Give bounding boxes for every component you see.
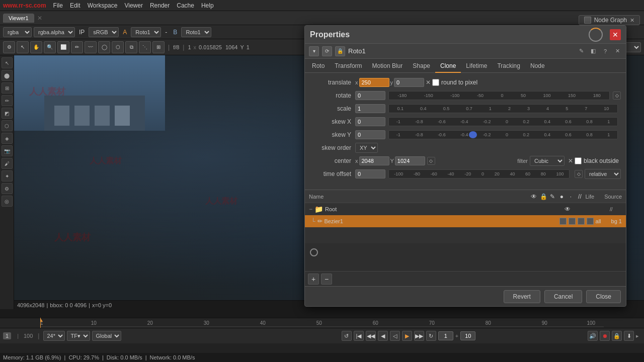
tool-paint[interactable]: 🖌	[2, 158, 13, 169]
transform-btn[interactable]: ⊞	[152, 41, 165, 53]
ellipse-btn[interactable]: ◯	[98, 41, 110, 53]
begin-btn[interactable]: |◀	[354, 331, 364, 341]
properties-close-btn[interactable]: ✕	[610, 29, 621, 40]
round-to-pixel-checkbox[interactable]	[432, 79, 439, 86]
rotate-slider[interactable]: -180-150-100-50050100150180	[388, 91, 610, 100]
menu-help[interactable]: Help	[201, 2, 214, 9]
menu-file[interactable]: File	[53, 2, 63, 9]
node-graph-close-btn[interactable]: ✕	[630, 17, 634, 24]
play-btn[interactable]: ▶	[402, 331, 412, 341]
tool-particle[interactable]: ✦	[2, 170, 13, 182]
menu-workspace[interactable]: Workspace	[88, 2, 118, 9]
scale-slider[interactable]: 0.10.40.50.712345710	[388, 104, 618, 113]
translate-x-input[interactable]: 250	[359, 78, 389, 87]
snap-btn[interactable]: 🔒	[612, 331, 622, 341]
tool-group[interactable]: ⬡	[2, 120, 13, 131]
poly-btn[interactable]: ⬡	[112, 41, 124, 53]
bezier-check4[interactable]	[587, 218, 594, 225]
record-btn[interactable]: ⏺	[600, 331, 610, 341]
node-a-select[interactable]: Roto1	[131, 27, 161, 37]
scale-input[interactable]	[355, 104, 385, 113]
colorspace-select[interactable]: sRGBlinear	[89, 27, 119, 37]
tab-clone[interactable]: Clone	[435, 59, 461, 73]
node-lock-btn[interactable]: 🔒	[335, 46, 345, 56]
node-help-btn[interactable]: ?	[601, 47, 610, 56]
fps-select[interactable]: 24*	[43, 331, 65, 341]
rotate-anim-btn[interactable]: ◇	[613, 92, 621, 100]
rect-btn[interactable]: ⬜	[57, 41, 69, 53]
tool-settings[interactable]: ⚙	[2, 183, 13, 194]
tf-select[interactable]: TF▾	[67, 331, 90, 341]
frame-input[interactable]	[438, 331, 453, 340]
channel2-select[interactable]: rgba.alphargba	[34, 27, 75, 37]
cancel-btn[interactable]: Cancel	[544, 290, 582, 303]
bezier-check1[interactable]	[559, 218, 567, 225]
tab-tracking[interactable]: Tracking	[492, 59, 525, 73]
tool-mask[interactable]: ◩	[2, 108, 13, 119]
channel-select[interactable]: rgbargbalpha	[3, 27, 32, 37]
tab-node[interactable]: Node	[525, 59, 550, 73]
menu-render[interactable]: Render	[150, 2, 170, 9]
bezier-check2[interactable]	[569, 218, 576, 225]
bezier-check3[interactable]	[578, 218, 585, 225]
pointer-btn[interactable]: ↖	[17, 41, 29, 53]
center-x-input[interactable]	[359, 156, 389, 165]
tab-roto[interactable]: Roto	[307, 59, 330, 73]
bspline-btn[interactable]: 〰	[85, 41, 97, 53]
tool-3d[interactable]: ◈	[2, 133, 13, 144]
global-select[interactable]: Global	[92, 331, 121, 341]
node-reload-btn[interactable]: ⟳	[322, 46, 332, 56]
menu-cache[interactable]: Cache	[177, 2, 194, 9]
center-y-input[interactable]	[395, 156, 425, 165]
add-layer-btn[interactable]: +	[308, 274, 319, 285]
skew-order-select[interactable]: XYYX	[355, 143, 378, 153]
node-b-select[interactable]: Roto1	[181, 27, 211, 37]
node-close-btn[interactable]: ✕	[613, 47, 622, 56]
tool-connect[interactable]: ⊞	[2, 82, 13, 94]
tool-roto[interactable]: ✏	[2, 95, 13, 106]
time-offset-anim-btn[interactable]: ◇	[575, 170, 583, 178]
tab-transform[interactable]: Transform	[330, 59, 367, 73]
skew-x-slider[interactable]: -1-0.8-0.6-0.4-0.200.20.40.60.81	[388, 117, 618, 126]
black-outside-checkbox[interactable]	[575, 157, 582, 164]
remove-layer-btn[interactable]: −	[321, 274, 332, 285]
skew-y-input[interactable]	[355, 130, 385, 139]
close-btn[interactable]: Close	[586, 290, 621, 303]
translate-y-input[interactable]	[394, 78, 424, 87]
skew-y-slider[interactable]: -1-0.8-0.6-0.4-0.200.20.40.60.81	[388, 130, 618, 139]
clone-btn[interactable]: ⧉	[125, 41, 137, 53]
prev-step-btn[interactable]: ◁	[390, 331, 400, 341]
feather-btn[interactable]: ⋱	[139, 41, 151, 53]
node-arrow-down-btn[interactable]: ▾	[309, 46, 319, 56]
tool-node[interactable]: ⬤	[2, 70, 13, 81]
time-offset-input[interactable]	[355, 169, 385, 178]
export-btn[interactable]: ⬇	[624, 331, 634, 341]
prev-frame-btn[interactable]: ◀	[378, 331, 388, 341]
tool-camera[interactable]: 📷	[2, 145, 13, 156]
filter-select[interactable]: CubicLinearNearest	[530, 156, 565, 166]
root-eye-icon[interactable]: 👁	[565, 206, 571, 213]
zoom-btn[interactable]: 🔍	[44, 41, 56, 53]
revert-btn[interactable]: Revert	[504, 290, 540, 303]
viewer1-tab[interactable]: Viewer1	[3, 14, 34, 23]
center-anim-btn[interactable]: ◇	[427, 157, 435, 165]
node-view-btn[interactable]: ◧	[589, 47, 598, 56]
node-graph-label[interactable]: Node Graph	[594, 17, 627, 24]
tab-motion-blur[interactable]: Motion Blur	[367, 59, 408, 73]
reset-btn[interactable]: ↺	[342, 331, 352, 341]
step-input[interactable]	[460, 331, 475, 340]
prev-key-btn[interactable]: ◀◀	[366, 331, 376, 341]
rotate-input[interactable]	[355, 91, 385, 100]
bezier1-layer-row[interactable]: └ ✏ Bezier1 all bg 1	[305, 215, 626, 227]
translate-reset-btn[interactable]: ✕	[424, 78, 432, 86]
root-layer-row[interactable]: − 📁 Root 👁 //	[305, 203, 626, 215]
tool-arrow[interactable]: ↖	[2, 57, 13, 68]
pan-btn[interactable]: ✋	[30, 41, 42, 53]
tab-lifetime[interactable]: Lifetime	[461, 59, 492, 73]
menu-edit[interactable]: Edit	[70, 2, 80, 9]
node-edit-btn[interactable]: ✎	[577, 47, 586, 56]
tool-other[interactable]: ◎	[2, 196, 13, 207]
relative-select[interactable]: relativeabsolute	[585, 169, 621, 179]
filter-reset-btn[interactable]: ✕	[567, 157, 575, 165]
tab-shape[interactable]: Shape	[408, 59, 435, 73]
